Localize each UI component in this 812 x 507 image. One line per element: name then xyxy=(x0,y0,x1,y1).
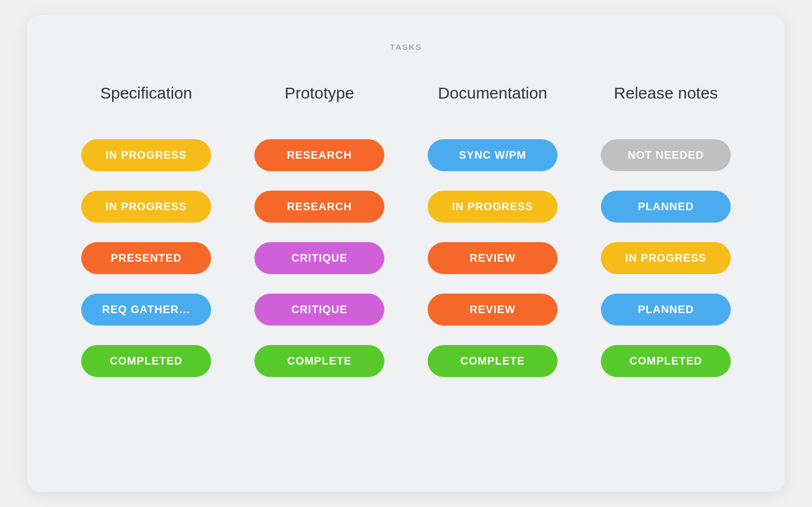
cell-row0-col3: NOT NEEDED xyxy=(579,129,752,181)
cell-row3-col1: CRITIQUE xyxy=(233,284,406,335)
cell-row2-col0: PRESENTED xyxy=(60,232,233,284)
badge-row4-col0[interactable]: COMPLETED xyxy=(81,345,211,377)
cell-row4-col2: COMPLETE xyxy=(406,335,579,387)
cell-row0-col2: SYNC W/PM xyxy=(406,129,579,181)
badge-row4-col1[interactable]: COMPLETE xyxy=(254,345,384,377)
cell-row0-col1: RESEARCH xyxy=(233,129,406,181)
column-header-documentation: Documentation xyxy=(406,73,579,129)
cell-row1-col1: RESEARCH xyxy=(233,181,406,232)
cell-row1-col2: IN PROGRESS xyxy=(406,181,579,232)
cell-row3-col0: REQ GATHER… xyxy=(60,284,233,335)
cell-row0-col0: IN PROGRESS xyxy=(60,129,233,181)
badge-row4-col3[interactable]: COMPLETED xyxy=(601,345,731,377)
cell-row4-col0: COMPLETED xyxy=(60,335,233,387)
badge-row2-col1[interactable]: CRITIQUE xyxy=(254,242,384,274)
badge-row4-col2[interactable]: COMPLETE xyxy=(428,345,558,377)
column-header-release-notes: Release notes xyxy=(579,73,752,129)
badge-row0-col3[interactable]: NOT NEEDED xyxy=(601,139,731,171)
badge-row0-col1[interactable]: RESEARCH xyxy=(254,139,384,171)
cell-row2-col1: CRITIQUE xyxy=(233,232,406,284)
badge-row2-col0[interactable]: PRESENTED xyxy=(81,242,211,274)
badge-row2-col2[interactable]: REVIEW xyxy=(428,242,558,274)
badge-row1-col1[interactable]: RESEARCH xyxy=(254,191,384,223)
badge-row0-col0[interactable]: IN PROGRESS xyxy=(81,139,211,171)
cell-row1-col3: PLANNED xyxy=(579,181,752,232)
cell-row2-col3: IN PROGRESS xyxy=(579,232,752,284)
badge-row3-col3[interactable]: PLANNED xyxy=(601,294,731,326)
column-header-specification: Specification xyxy=(60,73,233,129)
cell-row3-col3: PLANNED xyxy=(579,284,752,335)
badge-row2-col3[interactable]: IN PROGRESS xyxy=(601,242,731,274)
badge-row0-col2[interactable]: SYNC W/PM xyxy=(428,139,558,171)
cell-row1-col0: IN PROGRESS xyxy=(60,181,233,232)
badge-row1-col3[interactable]: PLANNED xyxy=(601,191,731,223)
page-title: TASKS xyxy=(60,42,752,51)
cell-row4-col3: COMPLETED xyxy=(579,335,752,387)
cell-row2-col2: REVIEW xyxy=(406,232,579,284)
badge-row3-col2[interactable]: REVIEW xyxy=(428,294,558,326)
badge-row1-col0[interactable]: IN PROGRESS xyxy=(81,191,211,223)
badge-row1-col2[interactable]: IN PROGRESS xyxy=(428,191,558,223)
tasks-board: TASKS SpecificationPrototypeDocumentatio… xyxy=(27,15,785,492)
column-header-prototype: Prototype xyxy=(233,73,406,129)
cell-row4-col1: COMPLETE xyxy=(233,335,406,387)
task-grid: SpecificationPrototypeDocumentationRelea… xyxy=(60,73,752,387)
badge-row3-col0[interactable]: REQ GATHER… xyxy=(81,294,211,326)
badge-row3-col1[interactable]: CRITIQUE xyxy=(254,294,384,326)
cell-row3-col2: REVIEW xyxy=(406,284,579,335)
